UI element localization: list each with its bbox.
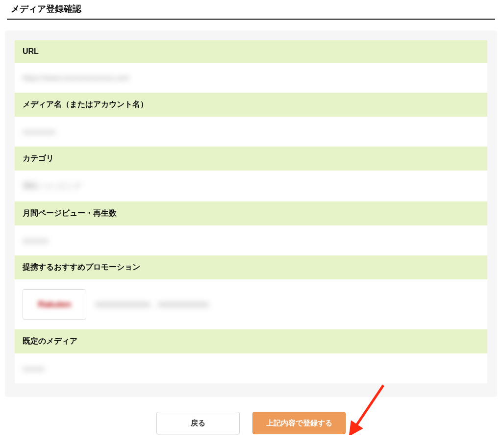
label-category: カテゴリ xyxy=(15,147,487,171)
label-url: URL xyxy=(15,40,487,63)
value-url: https://www.xxxxxxxxxxxxxx.com xyxy=(15,63,487,93)
label-media-name: メディア名（またはアカウント名） xyxy=(15,93,487,117)
value-pv: xxxxxxx xyxy=(15,225,487,255)
value-default-media: xxxxxx xyxy=(15,353,487,383)
label-default-media: 既定のメディア xyxy=(15,329,487,353)
label-pv: 月間ページビュー・再生数 xyxy=(15,201,487,225)
value-promotion: Rakuten xxxxxxxxxxxxxx、xxxxxxxxxxxxx xyxy=(15,279,487,329)
page-root: メディア登録確認 URL https://www.xxxxxxxxxxxxxx.… xyxy=(0,0,502,444)
promotion-thumbnail: Rakuten xyxy=(23,289,86,320)
button-row: 戻る 上記内容で登録する xyxy=(5,412,497,434)
page-title: メディア登録確認 xyxy=(7,0,495,20)
label-promotion: 提携するおすすめプロモーション xyxy=(15,255,487,279)
back-button[interactable]: 戻る xyxy=(156,412,240,434)
confirmation-panel: URL https://www.xxxxxxxxxxxxxx.com メディア名… xyxy=(5,30,497,397)
value-category: 通販ショッピング xyxy=(15,171,487,201)
value-media-name: xxxxxxxxx xyxy=(15,117,487,147)
submit-button[interactable]: 上記内容で登録する xyxy=(252,412,346,434)
promotion-text: xxxxxxxxxxxxxx、xxxxxxxxxxxxx xyxy=(95,299,209,310)
